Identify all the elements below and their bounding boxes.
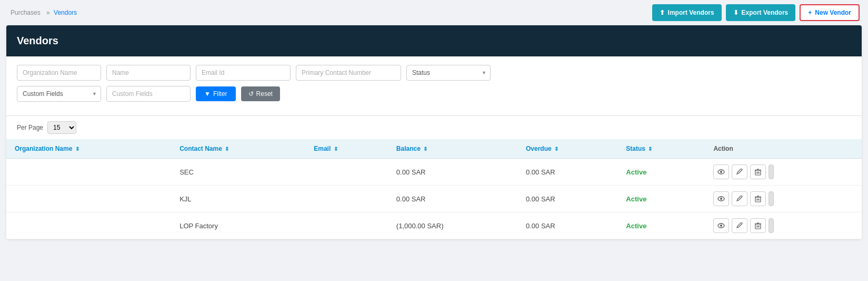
cell-contact-name: SEC (171, 159, 305, 186)
cell-action (705, 186, 862, 212)
col-status[interactable]: Status ⇕ (617, 139, 705, 159)
top-bar: Purchases » Vendors ⬆ Import Vendors ⬇ E… (0, 0, 868, 25)
more-button[interactable] (769, 191, 774, 206)
view-button[interactable] (713, 218, 729, 233)
custom-fields-input[interactable] (106, 86, 191, 102)
col-email[interactable]: Email ⇕ (305, 139, 388, 159)
cell-balance: 0.00 SAR (388, 186, 517, 212)
table-row: SEC 0.00 SAR 0.00 SAR Active (6, 159, 862, 186)
cell-contact-name: KJL (171, 186, 305, 212)
cell-org-name (6, 212, 171, 239)
per-page-label: Per Page (17, 124, 43, 131)
filter-button[interactable]: ▼ Filter (196, 86, 236, 101)
col-action: Action (705, 139, 862, 159)
breadcrumb-current[interactable]: Vendors (54, 9, 77, 16)
sort-org-name-icon: ⇕ (75, 146, 79, 152)
sort-overdue-icon: ⇕ (554, 146, 558, 152)
cell-org-name (6, 186, 171, 212)
email-input[interactable] (196, 65, 291, 81)
name-input[interactable] (106, 65, 191, 81)
col-org-name[interactable]: Organization Name ⇕ (6, 139, 171, 159)
sort-balance-icon: ⇕ (423, 146, 427, 152)
cell-overdue: 0.00 SAR (517, 186, 617, 212)
cell-email (305, 159, 388, 186)
delete-button[interactable] (750, 164, 766, 179)
cell-overdue: 0.00 SAR (517, 159, 617, 186)
edit-button[interactable] (732, 164, 747, 179)
view-button[interactable] (713, 164, 729, 179)
svg-point-1 (720, 171, 722, 173)
sort-contact-name-icon: ⇕ (225, 146, 229, 152)
phone-input[interactable] (296, 65, 401, 81)
reset-button[interactable]: ↺ Reset (241, 86, 280, 101)
filter-icon: ▼ (204, 90, 211, 98)
cell-balance: (1,000.00 SAR) (388, 212, 517, 239)
edit-button[interactable] (732, 218, 747, 233)
col-overdue[interactable]: Overdue ⇕ (517, 139, 617, 159)
edit-button[interactable] (732, 191, 747, 206)
import-icon: ⬆ (660, 9, 665, 16)
import-vendors-button[interactable]: ⬆ Import Vendors (652, 4, 722, 21)
cell-email (305, 212, 388, 239)
col-contact-name[interactable]: Contact Name ⇕ (171, 139, 305, 159)
more-button[interactable] (769, 164, 774, 179)
table-row: LOP Factory (1,000.00 SAR) 0.00 SAR Acti… (6, 212, 862, 239)
main-container: Vendors Status Active Inactive Custom Fi… (6, 25, 862, 239)
reset-icon: ↺ (248, 90, 254, 98)
sort-status-icon: ⇕ (648, 146, 652, 152)
custom-fields-select-wrapper: Custom Fields (17, 86, 101, 102)
view-button[interactable] (713, 191, 729, 206)
plus-icon: + (808, 9, 812, 16)
cell-status: Active (617, 159, 705, 186)
svg-point-17 (720, 225, 722, 227)
vendors-table: Organization Name ⇕ Contact Name ⇕ Email… (6, 139, 862, 239)
org-name-input[interactable] (17, 65, 101, 81)
filter-section: Status Active Inactive Custom Fields ▼ F… (6, 56, 862, 116)
svg-point-9 (720, 198, 722, 200)
page-title: Vendors (17, 35, 851, 47)
delete-button[interactable] (750, 191, 766, 206)
panel-header: Vendors (6, 25, 862, 56)
cell-balance: 0.00 SAR (388, 159, 517, 186)
export-vendors-button[interactable]: ⬇ Export Vendors (726, 4, 796, 21)
cell-email (305, 186, 388, 212)
new-vendor-button[interactable]: + New Vendor (800, 4, 860, 21)
breadcrumb: Purchases » Vendors (8, 9, 77, 16)
delete-button[interactable] (750, 218, 766, 233)
table-header-row: Organization Name ⇕ Contact Name ⇕ Email… (6, 139, 862, 159)
filter-row-1: Status Active Inactive (17, 65, 851, 81)
cell-org-name (6, 159, 171, 186)
cell-status: Active (617, 186, 705, 212)
custom-fields-select[interactable]: Custom Fields (17, 86, 101, 102)
per-page-row: Per Page 10 15 25 50 100 (6, 116, 862, 139)
cell-action (705, 212, 862, 239)
per-page-select[interactable]: 10 15 25 50 100 (47, 121, 76, 134)
export-icon: ⬇ (733, 9, 739, 16)
top-actions: ⬆ Import Vendors ⬇ Export Vendors + New … (652, 4, 860, 21)
table-row: KJL 0.00 SAR 0.00 SAR Active (6, 186, 862, 212)
filter-row-2: Custom Fields ▼ Filter ↺ Reset (17, 86, 851, 102)
cell-overdue: 0.00 SAR (517, 212, 617, 239)
cell-action (705, 159, 862, 186)
col-balance[interactable]: Balance ⇕ (388, 139, 517, 159)
cell-contact-name: LOP Factory (171, 212, 305, 239)
more-button[interactable] (769, 218, 774, 233)
status-select[interactable]: Status Active Inactive (406, 65, 491, 81)
sort-email-icon: ⇕ (334, 146, 338, 152)
cell-status: Active (617, 212, 705, 239)
breadcrumb-parent: Purchases (11, 9, 41, 16)
status-select-wrapper: Status Active Inactive (406, 65, 491, 81)
table-container: Organization Name ⇕ Contact Name ⇕ Email… (6, 139, 862, 239)
breadcrumb-separator: » (46, 9, 50, 16)
